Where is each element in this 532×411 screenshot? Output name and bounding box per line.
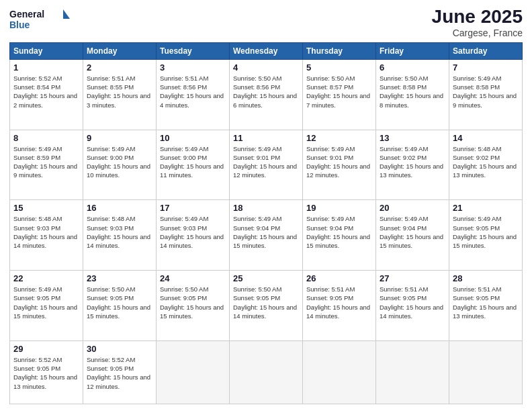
calendar-table: Sunday Monday Tuesday Wednesday Thursday… bbox=[9, 42, 523, 404]
header: General Blue June 2025 Cargese, France bbox=[9, 7, 523, 38]
week-row-1: 1 Sunrise: 5:52 AMSunset: 8:54 PMDayligh… bbox=[10, 59, 523, 130]
table-row-empty bbox=[157, 340, 230, 404]
table-row: 27 Sunrise: 5:51 AMSunset: 9:05 PMDaylig… bbox=[376, 271, 449, 341]
table-row: 21 Sunrise: 5:49 AMSunset: 9:05 PMDaylig… bbox=[449, 200, 523, 271]
location: Cargese, France bbox=[432, 28, 523, 38]
col-tuesday: Tuesday bbox=[157, 42, 230, 59]
table-row: 8 Sunrise: 5:49 AMSunset: 8:59 PMDayligh… bbox=[10, 130, 83, 200]
table-row: 19 Sunrise: 5:49 AMSunset: 9:04 PMDaylig… bbox=[303, 200, 376, 271]
col-wednesday: Wednesday bbox=[230, 42, 303, 59]
logo: General Blue bbox=[9, 7, 70, 32]
table-row-empty bbox=[230, 340, 303, 404]
week-row-2: 8 Sunrise: 5:49 AMSunset: 8:59 PMDayligh… bbox=[10, 130, 523, 200]
table-row-empty bbox=[449, 340, 523, 404]
svg-text:Blue: Blue bbox=[9, 19, 30, 30]
table-row: 30 Sunrise: 5:52 AMSunset: 9:05 PMDaylig… bbox=[83, 340, 157, 404]
table-row: 5 Sunrise: 5:50 AMSunset: 8:57 PMDayligh… bbox=[303, 59, 376, 130]
title-block: June 2025 Cargese, France bbox=[432, 7, 523, 38]
table-row: 6 Sunrise: 5:50 AMSunset: 8:58 PMDayligh… bbox=[376, 59, 449, 130]
page: General Blue June 2025 Cargese, France S… bbox=[0, 0, 532, 411]
month-title: June 2025 bbox=[432, 7, 523, 28]
col-saturday: Saturday bbox=[449, 42, 523, 59]
table-row: 26 Sunrise: 5:51 AMSunset: 9:05 PMDaylig… bbox=[303, 271, 376, 341]
table-row: 16 Sunrise: 5:48 AMSunset: 9:03 PMDaylig… bbox=[83, 200, 157, 271]
table-row-empty bbox=[376, 340, 449, 404]
week-row-5: 29 Sunrise: 5:52 AMSunset: 9:05 PMDaylig… bbox=[10, 340, 523, 404]
table-row: 11 Sunrise: 5:49 AMSunset: 9:01 PMDaylig… bbox=[230, 130, 303, 200]
col-thursday: Thursday bbox=[303, 42, 376, 59]
table-row: 14 Sunrise: 5:48 AMSunset: 9:02 PMDaylig… bbox=[449, 130, 523, 200]
table-row: 15 Sunrise: 5:48 AMSunset: 9:03 PMDaylig… bbox=[10, 200, 83, 271]
svg-text:General: General bbox=[9, 9, 44, 19]
table-row-empty bbox=[303, 340, 376, 404]
table-row: 20 Sunrise: 5:49 AMSunset: 9:04 PMDaylig… bbox=[376, 200, 449, 271]
table-row: 25 Sunrise: 5:50 AMSunset: 9:05 PMDaylig… bbox=[230, 271, 303, 341]
table-row: 3 Sunrise: 5:51 AMSunset: 8:56 PMDayligh… bbox=[157, 59, 230, 130]
table-row: 1 Sunrise: 5:52 AMSunset: 8:54 PMDayligh… bbox=[10, 59, 83, 130]
table-row: 17 Sunrise: 5:49 AMSunset: 9:03 PMDaylig… bbox=[157, 200, 230, 271]
week-row-4: 22 Sunrise: 5:49 AMSunset: 9:05 PMDaylig… bbox=[10, 271, 523, 341]
svg-marker-2 bbox=[63, 9, 70, 19]
table-row: 4 Sunrise: 5:50 AMSunset: 8:56 PMDayligh… bbox=[230, 59, 303, 130]
table-row: 13 Sunrise: 5:49 AMSunset: 9:02 PMDaylig… bbox=[376, 130, 449, 200]
table-row: 24 Sunrise: 5:50 AMSunset: 9:05 PMDaylig… bbox=[157, 271, 230, 341]
table-row: 2 Sunrise: 5:51 AMSunset: 8:55 PMDayligh… bbox=[83, 59, 157, 130]
table-row: 18 Sunrise: 5:49 AMSunset: 9:04 PMDaylig… bbox=[230, 200, 303, 271]
table-row: 7 Sunrise: 5:49 AMSunset: 8:58 PMDayligh… bbox=[449, 59, 523, 130]
col-friday: Friday bbox=[376, 42, 449, 59]
table-row: 23 Sunrise: 5:50 AMSunset: 9:05 PMDaylig… bbox=[83, 271, 157, 341]
table-row: 12 Sunrise: 5:49 AMSunset: 9:01 PMDaylig… bbox=[303, 130, 376, 200]
col-sunday: Sunday bbox=[10, 42, 83, 59]
table-row: 29 Sunrise: 5:52 AMSunset: 9:05 PMDaylig… bbox=[10, 340, 83, 404]
calendar-header-row: Sunday Monday Tuesday Wednesday Thursday… bbox=[10, 42, 523, 59]
table-row: 10 Sunrise: 5:49 AMSunset: 9:00 PMDaylig… bbox=[157, 130, 230, 200]
week-row-3: 15 Sunrise: 5:48 AMSunset: 9:03 PMDaylig… bbox=[10, 200, 523, 271]
logo-icon: General Blue bbox=[9, 7, 70, 32]
table-row: 28 Sunrise: 5:51 AMSunset: 9:05 PMDaylig… bbox=[449, 271, 523, 341]
col-monday: Monday bbox=[83, 42, 157, 59]
table-row: 22 Sunrise: 5:49 AMSunset: 9:05 PMDaylig… bbox=[10, 271, 83, 341]
table-row: 9 Sunrise: 5:49 AMSunset: 9:00 PMDayligh… bbox=[83, 130, 157, 200]
